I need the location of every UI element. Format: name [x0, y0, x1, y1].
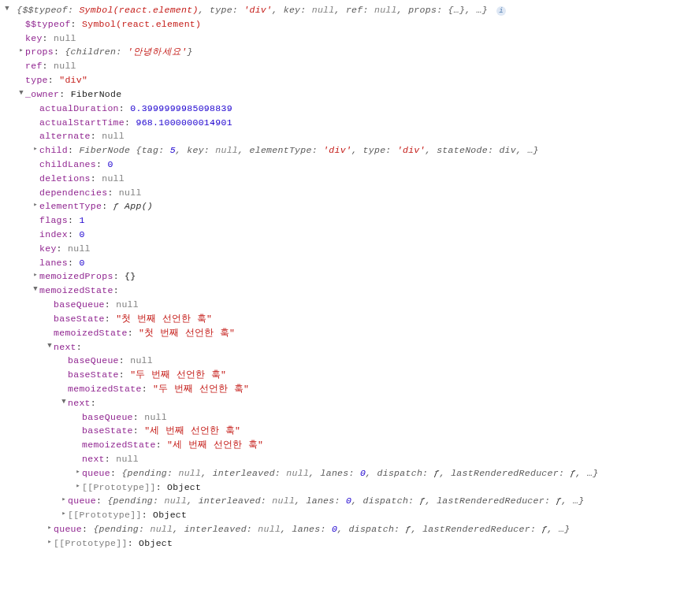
tree-row[interactable]: ▸alternate: null — [3, 129, 681, 143]
tree-row[interactable]: ▸actualStartTime: 968.1000000014901 — [3, 116, 681, 130]
tree-row[interactable]: ▸memoizedState: "세 번째 선언한 훅" — [3, 438, 681, 452]
disclosure-triangle-icon[interactable]: ▸ — [32, 200, 39, 211]
tree-row[interactable]: ▸childLanes: 0 — [3, 158, 681, 172]
tree-row[interactable]: ▸baseQueue: null — [3, 354, 681, 368]
tree-row-queue[interactable]: ▸queue: {pending: null, interleaved: nul… — [3, 494, 681, 508]
tree-row[interactable]: ▸props: {children: '안녕하세요'} — [3, 45, 681, 59]
tree-row[interactable]: ▸baseState: "두 번째 선언한 훅" — [3, 368, 681, 382]
disclosure-triangle-icon[interactable]: ▼ — [3, 4, 11, 15]
info-icon[interactable]: i — [496, 6, 506, 16]
disclosure-triangle-icon[interactable]: ▸ — [32, 270, 39, 281]
disclosure-triangle-icon[interactable]: ▸ — [60, 509, 68, 520]
tree-row-next[interactable]: ▼next: — [3, 396, 681, 410]
tree-row[interactable]: ▸baseQueue: null — [3, 298, 681, 312]
tree-row[interactable]: ▸deletions: null — [3, 172, 681, 186]
tree-row[interactable]: ▸baseState: "세 번째 선언한 훅" — [3, 424, 681, 438]
tree-row-prototype[interactable]: ▸[[Prototype]]: Object — [3, 508, 681, 522]
disclosure-triangle-icon[interactable]: ▸ — [60, 495, 68, 506]
tree-row-queue[interactable]: ▸queue: {pending: null, interleaved: nul… — [3, 466, 681, 481]
tree-row[interactable]: ▸elementType: ƒ App() — [3, 199, 681, 213]
tree-row-owner[interactable]: ▼_owner: FiberNode — [3, 87, 681, 102]
tree-row[interactable]: ▸actualDuration: 0.3999999985098839 — [3, 102, 681, 116]
disclosure-triangle-icon[interactable]: ▼ — [46, 341, 54, 352]
disclosure-triangle-icon[interactable]: ▸ — [74, 467, 82, 478]
tree-row[interactable]: ▸memoizedState: "두 번째 선언한 훅" — [3, 382, 681, 396]
tree-row[interactable]: ▸dependencies: null — [3, 186, 681, 200]
tree-row-prototype[interactable]: ▸[[Prototype]]: Object — [3, 481, 681, 495]
tree-row[interactable]: ▸$$typeof: Symbol(react.element) — [3, 17, 681, 32]
tree-row[interactable]: ▸key: null — [3, 242, 681, 256]
tree-row[interactable]: ▸lanes: 0 — [3, 256, 681, 270]
tree-row-next[interactable]: ▼next: — [3, 340, 681, 354]
disclosure-triangle-icon[interactable]: ▸ — [46, 537, 54, 548]
tree-row-prototype[interactable]: ▸[[Prototype]]: Object — [3, 536, 681, 551]
tree-row[interactable]: ▸index: 0 — [3, 228, 681, 242]
disclosure-triangle-icon[interactable]: ▼ — [60, 397, 68, 408]
tree-row-queue[interactable]: ▸queue: {pending: null, interleaved: nul… — [3, 522, 681, 536]
tree-row[interactable]: ▸ref: null — [3, 59, 681, 73]
disclosure-triangle-icon[interactable]: ▼ — [32, 284, 39, 295]
disclosure-triangle-icon[interactable]: ▸ — [17, 46, 25, 57]
disclosure-triangle-icon[interactable]: ▸ — [32, 144, 39, 155]
tree-row-memostate[interactable]: ▼memoizedState: — [3, 284, 681, 298]
tree-row[interactable]: ▸type: "div" — [3, 73, 681, 87]
tree-row[interactable]: ▸key: null — [3, 32, 681, 46]
tree-row-root[interactable]: ▼ {$$typeof: Symbol(react.element), type… — [3, 3, 681, 17]
disclosure-triangle-icon[interactable]: ▸ — [74, 481, 82, 492]
tree-row[interactable]: ▸flags: 1 — [3, 213, 681, 228]
disclosure-triangle-icon[interactable]: ▸ — [46, 523, 54, 534]
tree-row[interactable]: ▸memoizedState: "첫 번째 선언한 훅" — [3, 326, 681, 340]
tree-row[interactable]: ▸child: FiberNode {tag: 5, key: null, el… — [3, 143, 681, 158]
tree-row[interactable]: ▸baseState: "첫 번째 선언한 훅" — [3, 312, 681, 326]
tree-row[interactable]: ▸memoizedProps: {} — [3, 269, 681, 284]
tree-row[interactable]: ▸baseQueue: null — [3, 410, 681, 425]
tree-row[interactable]: ▸next: null — [3, 452, 681, 466]
disclosure-triangle-icon[interactable]: ▼ — [17, 88, 25, 99]
